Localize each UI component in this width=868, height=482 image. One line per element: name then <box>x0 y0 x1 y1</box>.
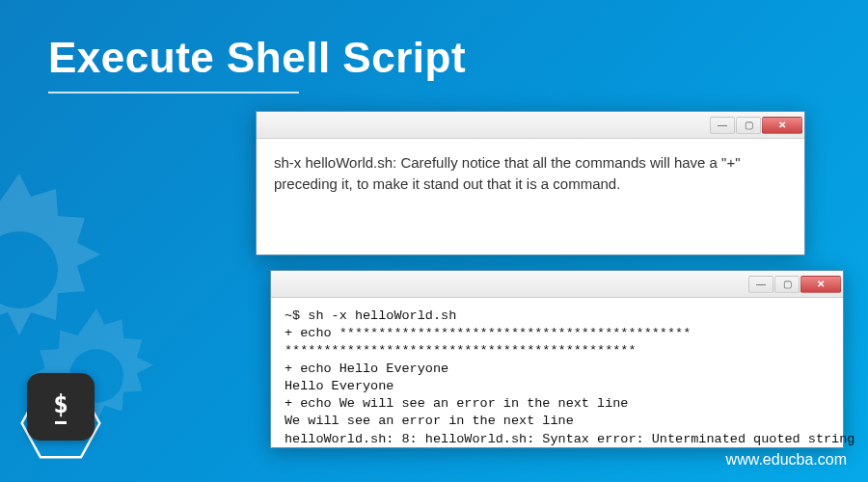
terminal-line: + echo *********************************… <box>285 326 691 340</box>
terminal-window: — ▢ ✕ ~$ sh -x helloWorld.sh + echo ****… <box>270 270 844 448</box>
close-button[interactable]: ✕ <box>800 276 841 293</box>
minimize-button[interactable]: — <box>710 117 735 134</box>
title-underline <box>48 92 299 94</box>
terminal-line: helloWorld.sh: 8: helloWorld.sh: Syntax … <box>285 432 854 446</box>
terminal-line: ****************************************… <box>285 343 637 358</box>
cursor-icon <box>55 421 67 424</box>
close-button[interactable]: ✕ <box>762 117 802 134</box>
page-title: Execute Shell Script <box>48 34 466 82</box>
terminal-output: ~$ sh -x helloWorld.sh + echo **********… <box>271 298 843 458</box>
window-titlebar: — ▢ ✕ <box>271 271 843 298</box>
terminal-line: Hello Everyone <box>285 379 393 393</box>
terminal-badge-icon: $ <box>27 373 95 441</box>
description-window: — ▢ ✕ sh-x helloWorld.sh: Carefully noti… <box>256 111 805 255</box>
maximize-button[interactable]: ▢ <box>774 276 800 293</box>
minimize-button[interactable]: — <box>748 276 773 293</box>
window-titlebar: — ▢ ✕ <box>257 112 804 139</box>
terminal-line: + echo Hello Everyone <box>285 362 448 376</box>
terminal-line: + echo We will see an error in the next … <box>285 396 628 411</box>
terminal-line: We will see an error in the next line <box>285 414 574 428</box>
terminal-line: ~$ sh -x helloWorld.sh <box>285 308 456 323</box>
shell-prompt-symbol: $ <box>53 389 68 418</box>
shell-script-icon: $ <box>19 373 106 465</box>
description-text: sh-x helloWorld.sh: Carefully notice tha… <box>257 139 804 208</box>
footer-url: www.educba.com <box>726 451 847 469</box>
maximize-button[interactable]: ▢ <box>736 117 761 134</box>
